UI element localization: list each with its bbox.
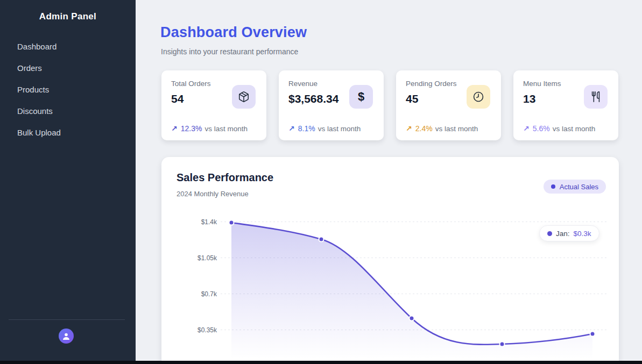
dollar-icon: $ — [358, 90, 364, 104]
sidebar: Admin Panel Dashboard Orders Products Di… — [0, 0, 136, 364]
ytick-0-35k: $0.35k — [197, 326, 217, 334]
page-subtitle: Insights into your restaurant performanc… — [161, 47, 298, 56]
stat-trend: ↗ 5.6% vs last month — [523, 124, 609, 133]
utensils-icon — [590, 91, 602, 103]
bottom-bar — [0, 361, 642, 364]
sidebar-item-orders[interactable]: Orders — [0, 58, 136, 79]
data-point-2[interactable] — [319, 237, 324, 242]
legend-dot-icon — [551, 184, 555, 189]
trend-percent: 2.4% — [415, 124, 433, 133]
package-icon — [238, 91, 250, 103]
trend-up-icon: ↗ — [523, 124, 530, 133]
trend-percent: 12.3% — [181, 124, 202, 133]
trend-percent: 5.6% — [533, 124, 550, 133]
stat-icon-tile: $ — [349, 85, 373, 109]
stat-trend: ↗ 2.4% vs last month — [406, 124, 491, 133]
trend-suffix: vs last month — [435, 125, 478, 133]
sidebar-divider — [9, 319, 125, 320]
sidebar-title: Admin Panel — [0, 0, 136, 22]
stats-row: Total Orders 54 ↗ 12.3% vs last month Re… — [161, 70, 618, 140]
sales-performance-card: Sales Performance 2024 Monthly Revenue A… — [161, 157, 619, 364]
sales-card-title: Sales Performance — [177, 172, 273, 184]
stat-trend: ↗ 8.1% vs last month — [288, 124, 374, 133]
clock-icon — [472, 91, 484, 103]
stat-icon-tile — [584, 85, 608, 109]
ytick-1-05k: $1.05k — [197, 254, 217, 262]
legend-actual-sales[interactable]: Actual Sales — [544, 180, 606, 194]
trend-suffix: vs last month — [318, 125, 361, 133]
stat-icon-tile — [232, 85, 256, 109]
trend-suffix: vs last month — [204, 125, 248, 133]
user-icon — [61, 331, 72, 341]
ytick-0-7k: $0.7k — [201, 290, 217, 298]
trend-up-icon: ↗ — [406, 124, 412, 133]
stat-icon-tile — [467, 85, 490, 109]
sales-card-subtitle: 2024 Monthly Revenue — [177, 190, 249, 198]
sidebar-nav: Dashboard Orders Products Discounts Bulk… — [0, 36, 136, 144]
stat-trend: ↗ 12.3% vs last month — [171, 124, 257, 133]
trend-suffix: vs last month — [553, 125, 596, 133]
trend-percent: 8.1% — [298, 124, 315, 133]
stat-card-total-orders: Total Orders 54 ↗ 12.3% vs last month — [161, 70, 266, 140]
sidebar-item-bulk-upload[interactable]: Bulk Upload — [0, 122, 136, 144]
avatar[interactable] — [59, 329, 74, 344]
sales-line-chart[interactable]: $1.4k $1.05k $0.7k $0.35k — [161, 211, 619, 364]
trend-up-icon: ↗ — [171, 124, 178, 133]
sidebar-item-dashboard[interactable]: Dashboard — [0, 36, 136, 58]
stat-card-revenue: Revenue $3,568.34 $ ↗ 8.1% vs last month — [279, 70, 384, 140]
chart-y-axis: $1.4k $1.05k $0.7k $0.35k — [197, 218, 217, 334]
main-content: Dashboard Overview Insights into your re… — [136, 0, 642, 364]
sidebar-item-discounts[interactable]: Discounts — [0, 101, 136, 122]
stat-card-menu-items: Menu Items 13 ↗ 5.6% vs last month — [513, 70, 618, 140]
stat-card-pending-orders: Pending Orders 45 ↗ 2.4% vs last month — [396, 70, 501, 140]
trend-up-icon: ↗ — [288, 124, 295, 133]
app-root: { "sidebar": { "title": "Admin Panel", "… — [0, 0, 642, 364]
data-point-5[interactable] — [590, 332, 595, 337]
sidebar-item-products[interactable]: Products — [0, 79, 136, 101]
page-title: Dashboard Overview — [160, 24, 307, 41]
ytick-1-4k: $1.4k — [201, 218, 217, 226]
data-point-4[interactable] — [500, 342, 505, 347]
data-point-3[interactable] — [410, 316, 414, 321]
chart-area-fill — [231, 223, 592, 364]
legend-label: Actual Sales — [560, 183, 598, 191]
data-point-1[interactable] — [229, 220, 234, 225]
